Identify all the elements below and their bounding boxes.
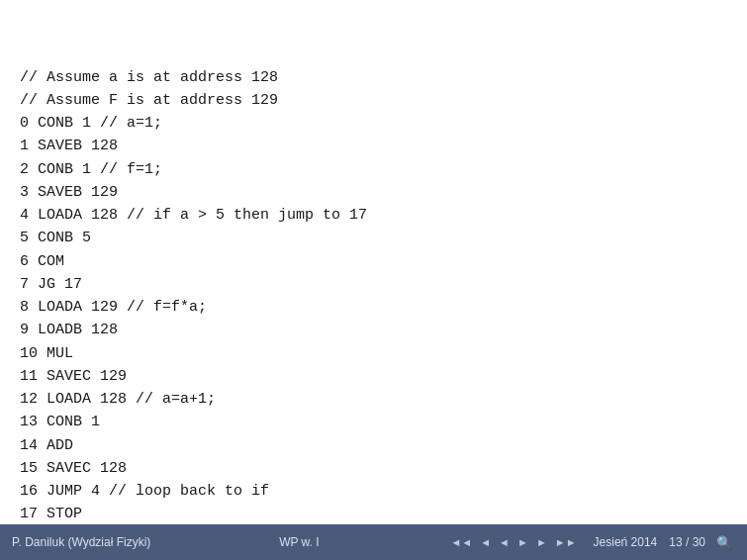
code-line: 3 SAVEB 129 xyxy=(20,181,727,204)
code-line: 12 LOADA 128 // a=a+1; xyxy=(20,388,727,411)
code-line: 0 CONB 1 // a=1; xyxy=(20,112,727,135)
nav-prev-group-button[interactable]: ◄ xyxy=(477,535,494,549)
code-line: 8 LOADA 129 // f=f*a; xyxy=(20,296,727,319)
code-line: 17 STOP xyxy=(20,503,727,524)
page-info: 13 / 30 xyxy=(669,535,705,549)
author-label: P. Daniluk (Wydział Fizyki) xyxy=(12,535,150,549)
code-line: 5 CONB 5 xyxy=(20,227,727,249)
code-line: 16 JUMP 4 // loop back to if xyxy=(20,480,727,503)
nav-prev-button[interactable]: ◄ xyxy=(496,535,513,549)
code-block: // Assume a is at address 128// Assume F… xyxy=(20,20,727,524)
search-icon[interactable]: 🔍 xyxy=(713,534,735,551)
date-label: Jesień 2014 xyxy=(594,535,658,549)
nav-last-button[interactable]: ►► xyxy=(552,535,580,549)
code-line: 15 SAVEC 128 xyxy=(20,457,727,480)
code-line: // Assume a is at address 128 xyxy=(20,66,727,89)
page-current: 13 xyxy=(669,535,682,549)
code-line: 4 LOADA 128 // if a > 5 then jump to 17 xyxy=(20,204,727,227)
page-total: 30 xyxy=(693,535,705,549)
footer: P. Daniluk (Wydział Fizyki) WP w. I ◄◄ ◄… xyxy=(0,524,747,560)
code-line: 6 COM xyxy=(20,250,727,273)
footer-center: WP w. I xyxy=(150,535,447,549)
footer-left: P. Daniluk (Wydział Fizyki) xyxy=(12,535,150,549)
title-label: WP w. I xyxy=(279,535,319,549)
code-line: 7 JG 17 xyxy=(20,273,727,296)
code-line: 13 CONB 1 xyxy=(20,411,727,433)
code-line: // Assume F is at address 129 xyxy=(20,89,727,112)
code-line: 10 MUL xyxy=(20,342,727,365)
code-line: 11 SAVEC 129 xyxy=(20,365,727,388)
code-line: 1 SAVEB 128 xyxy=(20,135,727,157)
page-separator: / xyxy=(686,535,693,549)
main-content: // Assume a is at address 128// Assume F… xyxy=(0,0,747,524)
code-line: 9 LOADB 128 xyxy=(20,319,727,341)
nav-next-group-button[interactable]: ► xyxy=(533,535,550,549)
code-line: 14 ADD xyxy=(20,434,727,457)
nav-controls: ◄◄ ◄ ◄ ► ► ►► xyxy=(447,535,579,549)
nav-next-button[interactable]: ► xyxy=(514,535,531,549)
nav-first-button[interactable]: ◄◄ xyxy=(447,535,475,549)
footer-right: ◄◄ ◄ ◄ ► ► ►► Jesień 2014 13 / 30 🔍 xyxy=(447,534,735,551)
code-line: 2 CONB 1 // f=1; xyxy=(20,158,727,181)
